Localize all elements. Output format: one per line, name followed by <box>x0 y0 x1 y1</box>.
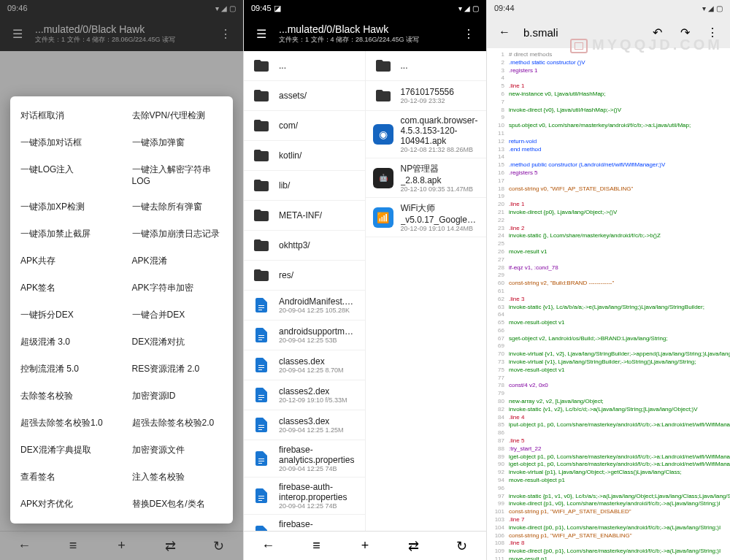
overflow-icon[interactable]: ⋮ <box>704 23 721 41</box>
file-name: firebase-auth.properties <box>279 519 358 531</box>
code-line: 25 <box>490 240 727 248</box>
refresh-button[interactable]: ↻ <box>450 534 474 558</box>
right-file-list: ...1761017555620-12-09 23:32◉com.quark.b… <box>366 51 487 531</box>
code-line: 106const-string p1, "WIFI_AP_STATE_ENABL… <box>490 532 727 540</box>
menu-item[interactable]: 注入签名校验 <box>122 464 234 491</box>
code-line: 85iput-object p1, p0, Lcom/share/masterk… <box>490 421 727 429</box>
file-row[interactable]: AndroidManifest.xml20-09-04 12:25 105.28… <box>244 291 365 321</box>
file-row[interactable]: 📶WiFi大师_v5.0.17_GooglePlay(1).apk20-12-0… <box>366 198 487 237</box>
code-editor[interactable]: 1# direct methods2.method static constru… <box>487 48 730 560</box>
file-row[interactable]: com/ <box>244 111 365 141</box>
file-row[interactable]: assets/ <box>244 81 365 111</box>
back-icon[interactable]: ← <box>496 23 513 41</box>
menu-item[interactable]: DEX混淆对抗 <box>122 329 234 356</box>
code-line: 28if-eqz v1, :cond_78 <box>490 264 727 272</box>
menu-item[interactable]: 超强去除签名校验1.0 <box>10 410 122 437</box>
menu-item[interactable]: 超级混淆 3.0 <box>10 329 122 356</box>
file-row[interactable]: androidsupportmultidexversion.txt20-09-0… <box>244 321 365 350</box>
file-row[interactable]: ... <box>366 51 487 81</box>
code-line: 109invoke-direct {p0, p1}, Lcom/share/ma… <box>490 548 727 556</box>
code-line: 13.end method <box>490 146 727 154</box>
code-line: 17 <box>490 177 727 185</box>
file-name: classes3.dex <box>279 416 358 426</box>
list-button[interactable]: ≡ <box>305 534 328 558</box>
file-row[interactable]: 1761017555620-12-09 23:32 <box>366 81 487 111</box>
overflow-icon[interactable]: ⋮ <box>460 25 477 42</box>
menu-item[interactable]: 加密资源文件 <box>122 437 234 464</box>
menu-item[interactable]: 一键添加禁止截屏 <box>10 220 122 248</box>
code-line: 69 <box>490 342 727 350</box>
code-line: 75move-result-object v1 <box>490 367 727 375</box>
menu-item[interactable]: 对话框取消 <box>10 102 122 129</box>
add-button[interactable]: + <box>353 534 377 558</box>
menu-item[interactable]: 一键拆分DEX <box>10 302 122 329</box>
menu-item[interactable]: 一键去除所有弹窗 <box>122 193 234 220</box>
file-row[interactable]: classes.dex20-09-04 12:25 8.70M <box>244 350 365 380</box>
menu-item[interactable]: APK混淆 <box>122 248 234 275</box>
menu-item[interactable]: RES资源混淆 2.0 <box>122 356 234 383</box>
folder-icon <box>373 85 393 106</box>
app-icon: 📶 <box>373 207 393 228</box>
menu-item[interactable]: APK签名 <box>10 275 122 302</box>
folder-icon <box>251 85 272 106</box>
file-row[interactable]: 🤖NP管理器_2.8.8.apk20-12-10 09:35 31.47MB <box>366 158 487 198</box>
menu-item[interactable]: 一键添加XP检测 <box>10 193 122 220</box>
file-row[interactable]: okhttp3/ <box>244 231 365 261</box>
file-row[interactable]: META-INF/ <box>244 201 365 231</box>
menu-item[interactable]: 查看签名 <box>10 464 122 491</box>
file-row[interactable]: res/ <box>244 261 365 291</box>
file-row[interactable]: ◉com.quark.browser-4.5.3.153-120-104941.… <box>366 111 487 158</box>
menu-item[interactable]: 超强去除签名校验2.0 <box>122 410 234 437</box>
file-row[interactable]: lib/ <box>244 171 365 201</box>
signal-icon: ◢ <box>464 4 470 12</box>
file-row[interactable]: firebase-auth.properties20-09-04 12:25 6… <box>244 515 365 531</box>
menu-item[interactable]: 一键添加崩溃日志记录 <box>122 220 234 248</box>
menu-item[interactable]: APK共存 <box>10 248 122 275</box>
bottom-toolbar: ← ≡ + ⇄ ↻ <box>244 531 486 560</box>
menu-item[interactable]: 替换DEX包名/类名 <box>122 491 234 518</box>
menu-item[interactable]: 加密资源ID <box>122 383 234 410</box>
file-row[interactable]: classes3.dex20-09-04 12:25 1.25M <box>244 410 365 440</box>
folder-icon <box>251 235 272 256</box>
menu-item[interactable]: 控制流混淆 5.0 <box>10 356 122 383</box>
code-line: 89iget-object p1, p0, Lcom/share/masterk… <box>490 453 727 461</box>
file-name: 17610175556 <box>401 87 480 97</box>
file-row[interactable]: firebase-analytics.properties20-09-04 12… <box>244 440 365 477</box>
menu-item[interactable]: 一键添加对话框 <box>10 129 122 156</box>
redo-icon[interactable]: ↷ <box>676 23 694 41</box>
folder-icon <box>251 265 272 285</box>
file-row[interactable]: classes2.dex20-12-09 19:10 f/5.33M <box>244 380 365 410</box>
code-line: 99invoke-direct {p1, v0}, Lcom/share/mas… <box>490 500 727 508</box>
left-file-list: ...assets/com/kotlin/lib/META-INF/okhttp… <box>244 51 366 531</box>
menu-item[interactable]: DEX混淆字典提取 <box>10 437 122 464</box>
code-line: 96 <box>490 485 727 493</box>
menu-item[interactable]: 去除VPN/代理检测 <box>122 102 234 129</box>
menu-item[interactable]: 一键LOG注入 <box>10 156 122 193</box>
code-line: 108.line 8 <box>490 540 727 548</box>
menu-item[interactable]: 一键注入解密字符串LOG <box>122 156 234 193</box>
back-button[interactable]: ← <box>256 534 280 558</box>
file-name: kotlin/ <box>279 150 358 161</box>
file-icon <box>251 325 272 345</box>
menu-item[interactable]: 一键合并DEX <box>122 302 234 329</box>
code-line: 62.line 3 <box>490 296 727 304</box>
wifi-icon: ▾ <box>458 4 462 12</box>
menu-item[interactable]: APK字符串加密 <box>122 275 234 302</box>
status-bar: 09:45 ◪ ▾◢▢ <box>244 0 486 16</box>
wifi-icon: ▾ <box>702 4 706 12</box>
code-line: 7 <box>490 99 727 107</box>
file-row[interactable]: kotlin/ <box>244 141 365 171</box>
sort-button[interactable]: ⇄ <box>402 534 425 558</box>
folder-icon <box>251 205 272 226</box>
menu-icon[interactable]: ☰ <box>253 25 270 42</box>
app-bar: ☰ ...mulated/0/Black Hawk 文件夹：1 文件：4 储存：… <box>244 16 486 51</box>
file-name: firebase-auth-interop.properties <box>279 482 358 502</box>
status-time: 09:44 <box>494 4 515 12</box>
file-row[interactable]: ... <box>244 51 365 81</box>
file-row[interactable]: firebase-auth-interop.properties20-09-04… <box>244 477 365 515</box>
undo-icon[interactable]: ↶ <box>648 23 666 41</box>
code-line: 29 <box>490 272 727 280</box>
menu-item[interactable]: APK对齐优化 <box>10 491 122 518</box>
menu-item[interactable]: 一键添加弹窗 <box>122 129 234 156</box>
menu-item[interactable]: 去除签名校验 <box>10 383 122 410</box>
